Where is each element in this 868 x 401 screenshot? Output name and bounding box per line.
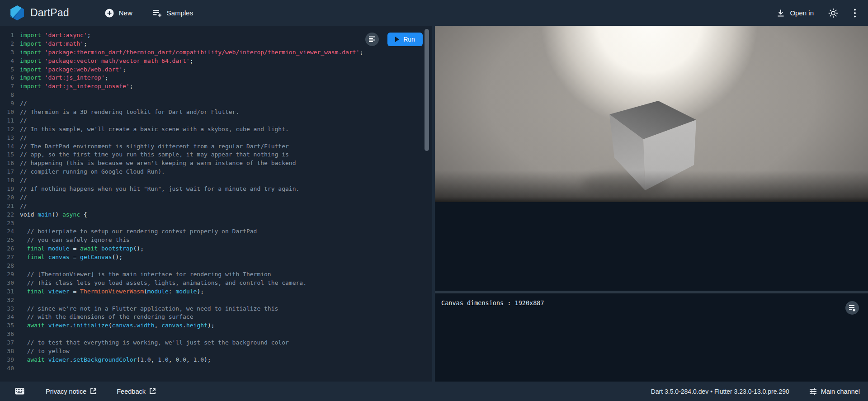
- code-line[interactable]: 20//: [0, 193, 432, 202]
- code-line[interactable]: 30 // This class lets you load assets, l…: [0, 279, 432, 288]
- line-number: 9: [0, 99, 14, 108]
- code-line[interactable]: 10// Thermion is a 3D rendering toolkit …: [0, 108, 432, 117]
- line-number: 13: [0, 134, 14, 142]
- code-text: // compiler running on Google Cloud Run)…: [14, 168, 165, 176]
- code-line[interactable]: 8: [0, 91, 432, 99]
- code-line[interactable]: 32: [0, 296, 432, 305]
- render-canvas[interactable]: [435, 26, 868, 202]
- status-bar: Privacy notice Feedback Dart 3.5.0-284.0…: [0, 382, 868, 401]
- code-line[interactable]: 14// The DartPad environment is slightly…: [0, 142, 432, 151]
- privacy-notice-link[interactable]: Privacy notice: [46, 388, 97, 395]
- code-line[interactable]: 25 // you can safely ignore this: [0, 236, 432, 245]
- code-line[interactable]: 28: [0, 262, 432, 270]
- code-line[interactable]: 16// happening (this is because we aren'…: [0, 159, 432, 168]
- new-button[interactable]: New: [104, 8, 132, 18]
- tune-icon: [809, 387, 817, 395]
- code-line[interactable]: 4import 'package:vector_math/vector_math…: [0, 57, 432, 66]
- code-text: final viewer = ThermionViewerWasm(module…: [14, 288, 204, 296]
- editor-scrollbar[interactable]: [425, 29, 429, 151]
- code-text: //: [14, 202, 27, 211]
- code-text: import 'package:thermion_dart/thermion_d…: [14, 48, 363, 57]
- channel-selector[interactable]: Main channel: [809, 387, 860, 395]
- code-line[interactable]: 24 // boilerplate to setup our rendering…: [0, 227, 432, 236]
- code-line[interactable]: 26 final module = await bootstrap();: [0, 245, 432, 253]
- code-line[interactable]: 17// compiler running on Google Cloud Ru…: [0, 168, 432, 176]
- code-line[interactable]: 11//: [0, 117, 432, 125]
- line-number: 36: [0, 330, 14, 339]
- code-line[interactable]: 36: [0, 330, 432, 339]
- code-text: import 'package:vector_math/vector_math_…: [14, 57, 193, 66]
- code-line[interactable]: 15// app, so the first time you run this…: [0, 151, 432, 159]
- code-line[interactable]: 29 // [ThermionViewer] is the main inter…: [0, 270, 432, 279]
- app-header: DartPad New Samples Open in: [0, 0, 868, 26]
- new-button-label: New: [119, 9, 132, 17]
- code-line[interactable]: 12// In this sample, we'll create a basi…: [0, 125, 432, 134]
- feedback-link[interactable]: Feedback: [117, 388, 156, 395]
- keyboard-shortcuts-button[interactable]: [15, 388, 24, 395]
- code-line[interactable]: 34 // with the dimensions of the renderi…: [0, 313, 432, 321]
- download-icon: [776, 9, 785, 18]
- code-line[interactable]: 31 final viewer = ThermionViewerWasm(mod…: [0, 288, 432, 296]
- code-text: void main() async {: [14, 211, 87, 219]
- code-line[interactable]: 37 // to test that everything is working…: [0, 339, 432, 347]
- code-text: import 'dart:async';: [14, 31, 91, 40]
- format-align-icon: [368, 36, 376, 42]
- line-number: 22: [0, 211, 14, 219]
- line-number: 25: [0, 236, 14, 245]
- code-line[interactable]: 13//: [0, 134, 432, 142]
- line-number: 29: [0, 270, 14, 279]
- line-number: 5: [0, 66, 14, 74]
- code-line[interactable]: 22void main() async {: [0, 211, 432, 219]
- code-text: // you can safely ignore this: [14, 236, 130, 245]
- code-line[interactable]: 27 final canvas = getCanvas();: [0, 253, 432, 262]
- line-number: 20: [0, 193, 14, 202]
- header-right: Open in: [776, 7, 868, 19]
- line-number: 26: [0, 245, 14, 253]
- overflow-menu-button[interactable]: [849, 7, 861, 19]
- code-line[interactable]: 3import 'package:thermion_dart/thermion_…: [0, 48, 432, 57]
- open-in-button[interactable]: Open in: [776, 9, 814, 18]
- code-text: //: [14, 176, 27, 185]
- line-number: 3: [0, 48, 14, 57]
- samples-button[interactable]: Samples: [152, 9, 193, 18]
- code-line[interactable]: 23: [0, 219, 432, 228]
- line-number: 28: [0, 262, 14, 270]
- code-line[interactable]: 39 await viewer.setBackgroundColor(1.0, …: [0, 356, 432, 364]
- code-line[interactable]: 40: [0, 364, 432, 373]
- line-number: 11: [0, 117, 14, 125]
- privacy-notice-label: Privacy notice: [46, 388, 86, 395]
- theme-toggle-button[interactable]: [827, 7, 839, 19]
- line-number: 15: [0, 151, 14, 159]
- code-line[interactable]: 7import 'dart:js_interop_unsafe';: [0, 82, 432, 91]
- plus-circle-icon: [104, 8, 114, 18]
- code-line[interactable]: 18//: [0, 176, 432, 185]
- code-line[interactable]: 38 // to yellow: [0, 347, 432, 356]
- code-text: // The DartPad environment is slightly d…: [14, 142, 289, 151]
- line-number: 8: [0, 91, 14, 99]
- line-number: 14: [0, 142, 14, 151]
- code-text: // to test that everything is working, w…: [14, 339, 289, 347]
- code-line[interactable]: 6import 'dart:js_interop';: [0, 74, 432, 82]
- run-button[interactable]: Run: [387, 33, 423, 46]
- code-line[interactable]: 19// If nothing happens when you hit "Ru…: [0, 185, 432, 193]
- line-number: 7: [0, 82, 14, 91]
- code-line[interactable]: 5import 'package:web/web.dart';: [0, 66, 432, 74]
- line-number: 34: [0, 313, 14, 321]
- code-lines: 1import 'dart:async';2import 'dart:math'…: [0, 31, 432, 373]
- playlist-add-icon: [152, 9, 162, 18]
- dartpad-logo-icon: [10, 5, 24, 21]
- format-button[interactable]: [365, 33, 379, 46]
- code-line[interactable]: 21//: [0, 202, 432, 211]
- line-number: 35: [0, 321, 14, 330]
- code-editor[interactable]: 1import 'dart:async';2import 'dart:math'…: [0, 26, 432, 382]
- code-line[interactable]: 35 await viewer.initialize(canvas.width,…: [0, 321, 432, 330]
- code-text: await viewer.initialize(canvas.width, ca…: [14, 321, 215, 330]
- clear-console-button[interactable]: [845, 301, 859, 315]
- code-text: import 'package:web/web.dart';: [14, 66, 126, 74]
- line-number: 27: [0, 253, 14, 262]
- run-button-label: Run: [403, 36, 415, 43]
- keyboard-icon: [15, 388, 24, 395]
- code-line[interactable]: 33 // since we're not in a Flutter appli…: [0, 305, 432, 313]
- code-text: // to yellow: [14, 347, 70, 356]
- code-line[interactable]: 9//: [0, 99, 432, 108]
